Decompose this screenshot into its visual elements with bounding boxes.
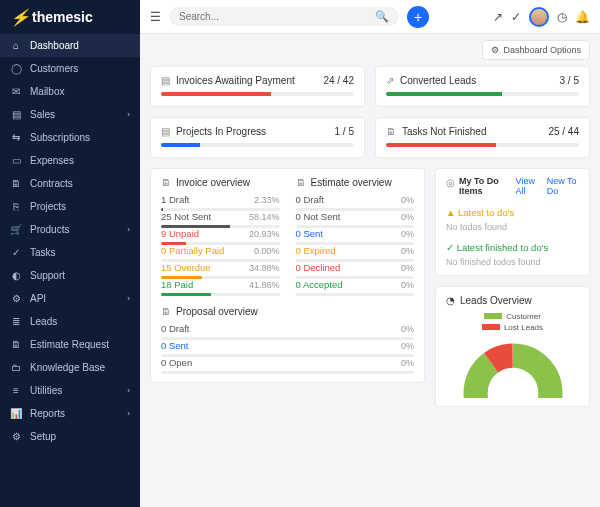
nav: ⌂Dashboard◯Customers✉Mailbox▤Sales›⇆Subs… <box>0 34 140 448</box>
sidebar-item-reports[interactable]: 📊Reports› <box>0 402 140 425</box>
overview-item: 25 Not Sent58.14% <box>161 211 280 228</box>
overview-item: 15 Overdue34.88% <box>161 262 280 279</box>
nav-icon: ⌂ <box>10 40 22 51</box>
nav-icon: 🗎 <box>10 339 22 350</box>
overview-label: 0 Draft <box>296 194 401 205</box>
overview-panel: 🗎Invoice overview1 Draft2.33%25 Not Sent… <box>150 168 425 383</box>
sidebar-item-tasks[interactable]: ✓Tasks <box>0 241 140 264</box>
sidebar-item-setup[interactable]: ⚙Setup <box>0 425 140 448</box>
overview-label: 25 Not Sent <box>161 211 249 222</box>
nav-icon: ⚙ <box>10 431 22 442</box>
overview-label: 18 Paid <box>161 279 249 290</box>
sidebar-item-utilities[interactable]: ≡Utilities› <box>0 379 140 402</box>
todo-panel: ◎ My To Do Items View All New To Do ▲ La… <box>435 168 590 276</box>
stat-card[interactable]: ▤Projects In Progress1 / 5 <box>150 117 365 158</box>
sidebar-item-customers[interactable]: ◯Customers <box>0 57 140 80</box>
sidebar-item-mailbox[interactable]: ✉Mailbox <box>0 80 140 103</box>
sidebar-item-expenses[interactable]: ▭Expenses <box>0 149 140 172</box>
nav-icon: ⇆ <box>10 132 22 143</box>
overview-label: 0 Not Sent <box>296 211 401 222</box>
stat-icon: ▤ <box>161 126 170 137</box>
nav-label: Expenses <box>30 155 74 166</box>
add-button[interactable]: + <box>407 6 429 28</box>
nav-label: Support <box>30 270 65 281</box>
overview-label: 0 Declined <box>296 262 401 273</box>
brand-mark-icon: ⚡ <box>10 8 30 27</box>
nav-label: Utilities <box>30 385 62 396</box>
nav-icon: ⎘ <box>10 201 22 212</box>
bell-icon[interactable]: 🔔 <box>575 10 590 24</box>
legend-item: Lost Leads <box>482 323 543 332</box>
doc-icon: 🗎 <box>296 177 306 188</box>
chevron-right-icon: › <box>127 409 130 418</box>
overview-pct: 0% <box>401 212 414 222</box>
sidebar-item-contracts[interactable]: 🗎Contracts <box>0 172 140 195</box>
overview-item: 1 Draft2.33% <box>161 194 280 211</box>
brand-logo[interactable]: ⚡ themesic <box>0 0 140 34</box>
chart-icon: ◔ <box>446 295 455 306</box>
svg-point-0 <box>475 355 550 397</box>
overview-pct: 0% <box>401 358 414 368</box>
sidebar-item-api[interactable]: ⚙API› <box>0 287 140 310</box>
dashboard-options-button[interactable]: ⚙ Dashboard Options <box>482 40 590 60</box>
chevron-right-icon: › <box>127 110 130 119</box>
sidebar-item-products[interactable]: 🛒Products› <box>0 218 140 241</box>
sidebar-item-estimate-request[interactable]: 🗎Estimate Request <box>0 333 140 356</box>
stat-card[interactable]: 🗎Tasks Not Finished25 / 44 <box>375 117 590 158</box>
overview-item: 0 Partially Paid0.00% <box>161 245 280 262</box>
search-box[interactable]: 🔍 <box>169 7 399 26</box>
todo-new-link[interactable]: New To Do <box>547 177 579 197</box>
doc-icon: 🗎 <box>161 306 171 317</box>
sidebar-item-leads[interactable]: ≣Leads <box>0 310 140 333</box>
todo-finished-heading: ✓ Latest finished to do's <box>446 242 579 253</box>
stat-card[interactable]: ▤Invoices Awaiting Payment24 / 42 <box>150 66 365 107</box>
stat-title: Tasks Not Finished <box>402 126 542 137</box>
overview-label: 0 Partially Paid <box>161 245 254 256</box>
nav-label: Leads <box>30 316 57 327</box>
nav-label: Sales <box>30 109 55 120</box>
overview-pct: 0.00% <box>254 246 280 256</box>
nav-icon: ⚙ <box>10 293 22 304</box>
stat-icon: ⇗ <box>386 75 394 86</box>
overview-pct: 0% <box>401 263 414 273</box>
overview-pct: 0% <box>401 195 414 205</box>
overview-title: Proposal overview <box>176 306 258 317</box>
sidebar-item-sales[interactable]: ▤Sales› <box>0 103 140 126</box>
overview-item: 0 Open0% <box>161 357 414 374</box>
stat-title: Converted Leads <box>400 75 554 86</box>
check-icon[interactable]: ✓ <box>511 10 521 24</box>
overview-label: 0 Expired <box>296 245 401 256</box>
overview-label: 0 Sent <box>161 340 401 351</box>
nav-label: Mailbox <box>30 86 64 97</box>
sidebar-item-knowledge-base[interactable]: 🗀Knowledge Base <box>0 356 140 379</box>
overview-label: 0 Draft <box>161 323 401 334</box>
chevron-right-icon: › <box>127 294 130 303</box>
nav-label: Contracts <box>30 178 73 189</box>
search-input[interactable] <box>179 11 369 22</box>
todo-empty-1: No todos found <box>446 222 579 232</box>
nav-icon: ✉ <box>10 86 22 97</box>
stat-card[interactable]: ⇗Converted Leads3 / 5 <box>375 66 590 107</box>
overview-item: 0 Draft0% <box>296 194 415 211</box>
sidebar-item-support[interactable]: ◐Support <box>0 264 140 287</box>
nav-icon: ◯ <box>10 63 22 74</box>
menu-toggle-icon[interactable]: ☰ <box>150 10 161 24</box>
nav-icon: 🗀 <box>10 362 22 373</box>
overview-label: 15 Overdue <box>161 262 249 273</box>
overview-item: 9 Unpaid20.93% <box>161 228 280 245</box>
search-icon[interactable]: 🔍 <box>375 10 389 23</box>
nav-icon: ≣ <box>10 316 22 327</box>
todo-view-all-link[interactable]: View All <box>516 177 539 197</box>
avatar[interactable] <box>529 7 549 27</box>
share-icon[interactable]: ↗ <box>493 10 503 24</box>
sidebar-item-projects[interactable]: ⎘Projects <box>0 195 140 218</box>
brand-name: themesic <box>32 9 93 25</box>
nav-icon: ▭ <box>10 155 22 166</box>
gear-icon: ⚙ <box>491 45 499 55</box>
stat-title: Projects In Progress <box>176 126 329 137</box>
sidebar-item-subscriptions[interactable]: ⇆Subscriptions <box>0 126 140 149</box>
clock-icon[interactable]: ◷ <box>557 10 567 24</box>
stat-value: 3 / 5 <box>560 75 579 86</box>
overview-label: 0 Sent <box>296 228 401 239</box>
sidebar-item-dashboard[interactable]: ⌂Dashboard <box>0 34 140 57</box>
